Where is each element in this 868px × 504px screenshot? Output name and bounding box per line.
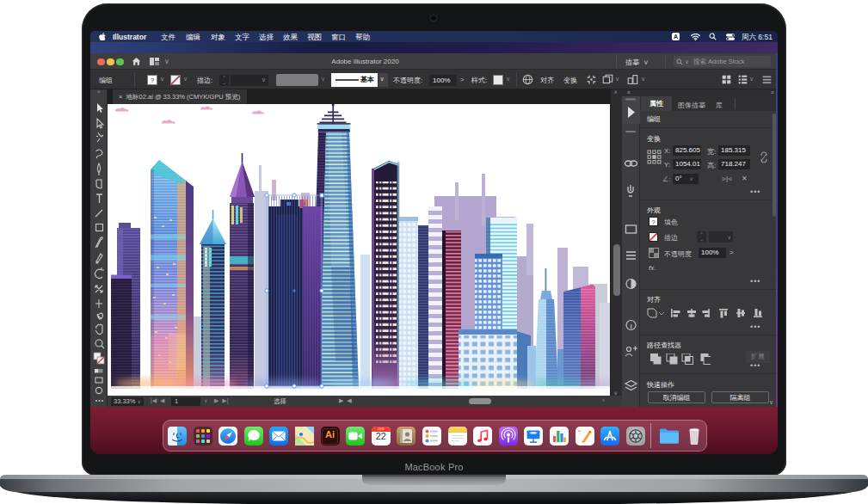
svg-text:“: “ [578,429,582,435]
svg-text:i: i [630,323,631,330]
